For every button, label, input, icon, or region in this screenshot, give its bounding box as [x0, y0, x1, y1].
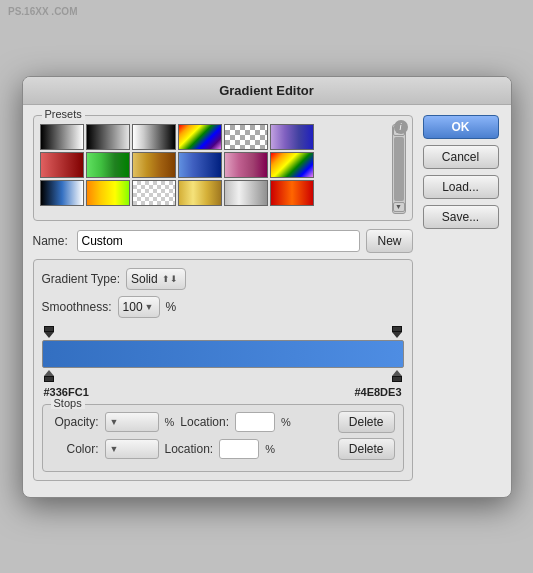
preset-swatch[interactable] — [270, 152, 314, 178]
right-color-hex: #4E8DE3 — [354, 386, 401, 398]
name-input[interactable] — [77, 230, 361, 252]
gradient-type-section: Gradient Type: Solid ⬆⬇ Smoothness: 100 … — [33, 259, 413, 481]
name-label: Name: — [33, 234, 71, 248]
right-opacity-stop[interactable] — [390, 326, 404, 340]
stop-body — [392, 376, 402, 382]
presets-row-3 — [40, 180, 388, 206]
gradient-track-area — [42, 326, 404, 384]
preset-swatch[interactable] — [40, 180, 84, 206]
presets-grid-wrap — [40, 124, 388, 214]
color-select[interactable]: ▼ — [105, 439, 159, 459]
preset-swatch[interactable] — [224, 124, 268, 150]
preset-swatch[interactable] — [270, 180, 314, 206]
name-row: Name: New — [33, 229, 413, 253]
preset-swatch[interactable] — [178, 180, 222, 206]
bottom-stops-row — [42, 370, 404, 384]
right-color-stop[interactable] — [390, 370, 404, 384]
smoothness-unit: % — [166, 300, 177, 314]
preset-swatch[interactable] — [132, 152, 176, 178]
preset-swatch[interactable] — [86, 180, 130, 206]
scroll-down-arrow[interactable]: ▼ — [393, 202, 405, 212]
preset-swatch[interactable] — [40, 152, 84, 178]
stop-tip-icon — [44, 332, 54, 338]
preset-swatch[interactable] — [224, 152, 268, 178]
color-label: Color: — [51, 442, 99, 456]
gradient-type-arrow-icon: ⬆⬇ — [162, 274, 178, 284]
color-dropdown-arrow-icon: ▼ — [110, 444, 119, 454]
gradient-type-select[interactable]: Solid ⬆⬇ — [126, 268, 186, 290]
stops-section: Stops Opacity: ▼ % Location: % Delete — [42, 404, 404, 472]
opacity-row: Opacity: ▼ % Location: % Delete — [51, 411, 395, 433]
presets-row-1 — [40, 124, 388, 150]
info-icon[interactable]: i — [394, 120, 408, 134]
preset-swatch[interactable] — [224, 180, 268, 206]
opacity-location-unit: % — [281, 416, 291, 428]
preset-swatch[interactable] — [270, 124, 314, 150]
gradient-bar[interactable] — [42, 340, 404, 368]
new-button[interactable]: New — [366, 229, 412, 253]
opacity-label: Opacity: — [51, 415, 99, 429]
color-delete-button[interactable]: Delete — [338, 438, 395, 460]
smoothness-row: Smoothness: 100 ▼ % — [42, 296, 404, 318]
color-location-input[interactable] — [219, 439, 259, 459]
preset-swatch[interactable] — [178, 124, 222, 150]
color-location-label: Location: — [165, 442, 214, 456]
stop-tip-icon — [392, 332, 402, 338]
left-opacity-stop[interactable] — [42, 326, 56, 340]
left-color-stop[interactable] — [42, 370, 56, 384]
opacity-select[interactable]: ▼ — [105, 412, 159, 432]
smoothness-value: 100 — [123, 300, 143, 314]
color-labels-row: #336FC1 #4E8DE3 — [42, 386, 404, 398]
presets-label: Presets — [42, 108, 85, 120]
gradient-type-label: Gradient Type: — [42, 272, 121, 286]
opacity-location-label: Location: — [180, 415, 229, 429]
dialog-title: Gradient Editor — [219, 83, 314, 98]
presets-scrollbar[interactable]: ▲ ▼ — [392, 124, 406, 214]
preset-swatch[interactable] — [178, 152, 222, 178]
presets-row-2 — [40, 152, 388, 178]
gradient-type-value: Solid — [131, 272, 158, 286]
preset-swatch[interactable] — [132, 124, 176, 150]
preset-swatch[interactable] — [132, 180, 176, 206]
preset-swatch[interactable] — [40, 124, 84, 150]
color-row: Color: ▼ Location: % Delete — [51, 438, 395, 460]
type-row: Gradient Type: Solid ⬆⬇ — [42, 268, 404, 290]
opacity-delete-button[interactable]: Delete — [338, 411, 395, 433]
smoothness-label: Smoothness: — [42, 300, 112, 314]
save-button[interactable]: Save... — [423, 205, 499, 229]
opacity-unit: % — [165, 416, 175, 428]
opacity-location-input[interactable] — [235, 412, 275, 432]
preset-swatch[interactable] — [86, 152, 130, 178]
presets-rows — [40, 124, 388, 206]
presets-inner: ▲ ▼ — [40, 124, 406, 214]
load-button[interactable]: Load... — [423, 175, 499, 199]
preset-swatch[interactable] — [86, 124, 130, 150]
ok-button[interactable]: OK — [423, 115, 499, 139]
title-bar: PS.16XX .COM Gradient Editor — [23, 77, 511, 105]
left-panel: Presets — [33, 115, 413, 487]
stops-section-label: Stops — [51, 397, 85, 409]
scroll-thumb[interactable] — [394, 137, 404, 201]
top-stops-row — [42, 326, 404, 340]
stop-body — [44, 376, 54, 382]
right-panel: OK Cancel Load... Save... — [423, 115, 501, 487]
color-location-unit: % — [265, 443, 275, 455]
presets-section: Presets — [33, 115, 413, 221]
smoothness-arrow-icon: ▼ — [145, 302, 154, 312]
smoothness-select[interactable]: 100 ▼ — [118, 296, 160, 318]
opacity-dropdown-arrow-icon: ▼ — [110, 417, 119, 427]
cancel-button[interactable]: Cancel — [423, 145, 499, 169]
gradient-editor-dialog: PS.16XX .COM Gradient Editor Presets — [22, 76, 512, 498]
